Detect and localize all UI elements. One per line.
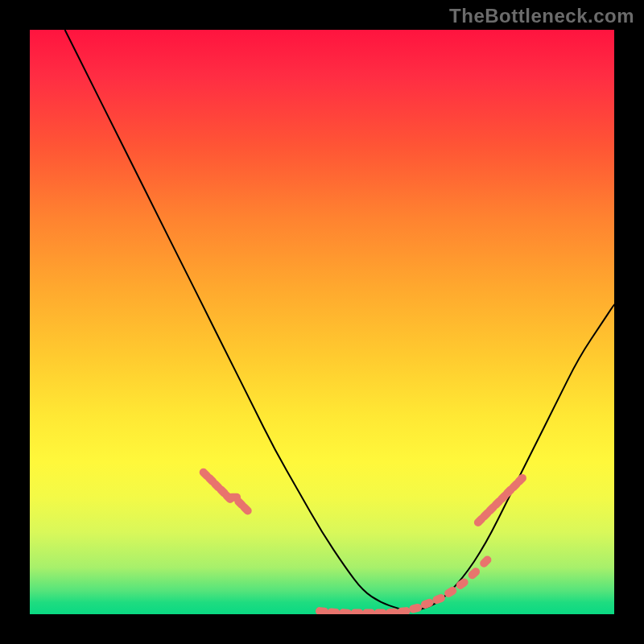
highlight-dot bbox=[478, 555, 493, 569]
highlight-dot bbox=[351, 609, 364, 615]
highlight-dot bbox=[419, 597, 435, 609]
highlight-dot bbox=[316, 607, 329, 614]
bottleneck-curve bbox=[65, 30, 614, 611]
plot-area bbox=[30, 30, 614, 614]
highlight-dot bbox=[339, 609, 352, 614]
highlight-dot bbox=[431, 592, 447, 605]
highlight-dot bbox=[386, 608, 398, 614]
chart-frame: TheBottleneck.com bbox=[0, 0, 644, 644]
highlight-dot bbox=[408, 603, 423, 614]
highlight-dot bbox=[327, 608, 341, 614]
highlight-dot bbox=[374, 609, 387, 615]
highlight-dots bbox=[198, 467, 528, 614]
watermark: TheBottleneck.com bbox=[449, 5, 634, 27]
highlight-dot bbox=[362, 609, 375, 615]
chart-svg bbox=[30, 30, 614, 614]
